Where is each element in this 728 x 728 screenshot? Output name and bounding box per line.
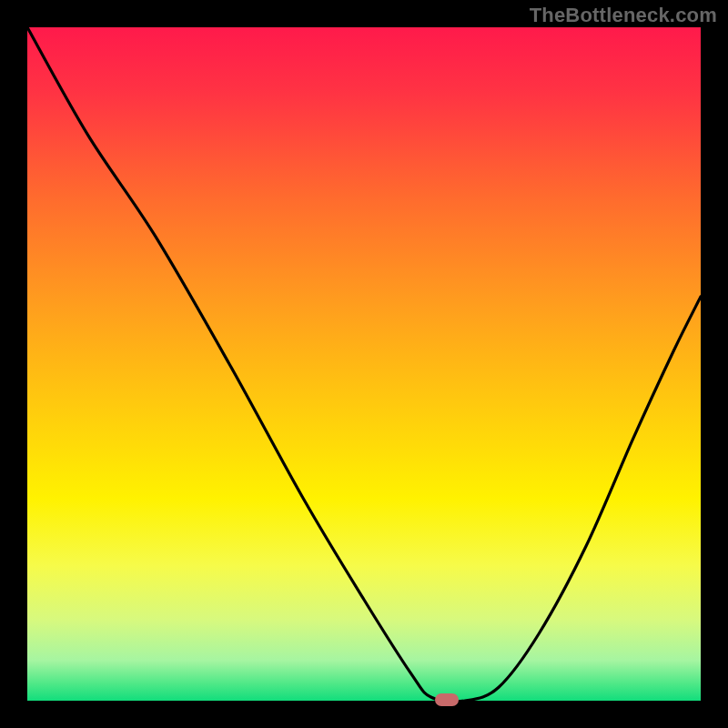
bottleneck-chart [27, 27, 701, 701]
optimal-marker [435, 693, 459, 706]
watermark-text: TheBottleneck.com [530, 4, 717, 27]
plot-area [27, 27, 701, 701]
